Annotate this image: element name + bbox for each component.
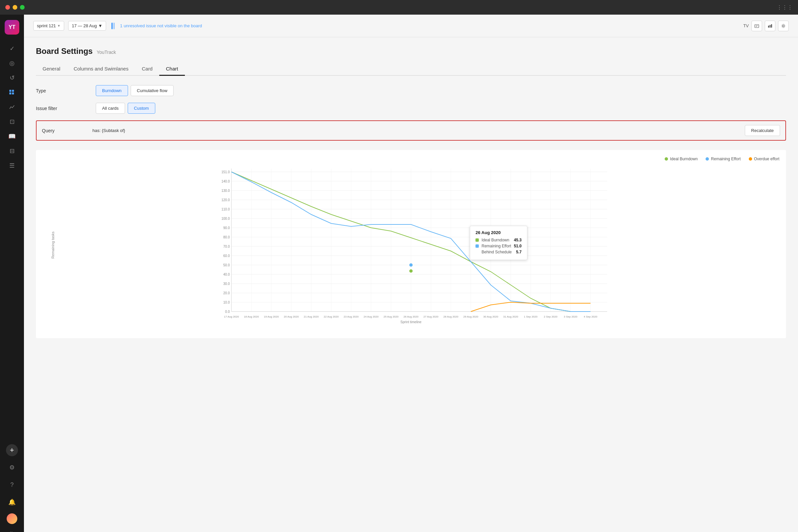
svg-text:19 Aug 2020: 19 Aug 2020 [264, 315, 279, 318]
svg-text:3 Sep 2020: 3 Sep 2020 [564, 315, 577, 318]
minimize-button[interactable] [13, 5, 17, 10]
tab-columns[interactable]: Columns and Swimlanes [67, 62, 135, 76]
topbar-actions: TV [743, 21, 789, 31]
window-chrome: ⋮⋮⋮ [0, 0, 798, 15]
svg-text:30.0: 30.0 [224, 282, 230, 286]
svg-rect-1 [12, 90, 14, 92]
query-label: Query [42, 128, 89, 133]
remaining-effort-dot [706, 157, 709, 160]
svg-point-8 [783, 25, 784, 26]
remaining-effort-point [409, 263, 413, 267]
sprint-selector[interactable]: sprint 121 ▼ [33, 21, 64, 31]
svg-text:90.0: 90.0 [224, 226, 230, 230]
y-axis-label: Remaining tasks [51, 231, 55, 258]
custom-button[interactable]: Custom [128, 103, 155, 114]
ideal-burndown-dot [665, 157, 668, 160]
sidebar-item-layers[interactable]: ☰ [6, 159, 18, 172]
date-arrow-icon: ▼ [98, 23, 102, 28]
maximize-button[interactable] [20, 5, 25, 10]
date-range-label: 17 — 28 Aug [72, 23, 97, 28]
svg-text:24 Aug 2020: 24 Aug 2020 [364, 315, 379, 318]
svg-text:60.0: 60.0 [224, 254, 230, 258]
sidebar-item-analytics[interactable] [6, 101, 18, 113]
burndown-button[interactable]: Burndown [96, 85, 128, 96]
sidebar-bottom: + ⚙ ? 🔔 ≫ [6, 444, 18, 532]
svg-text:25 Aug 2020: 25 Aug 2020 [384, 315, 399, 318]
type-label: Type [36, 88, 96, 93]
svg-text:28 Aug 2020: 28 Aug 2020 [443, 315, 458, 318]
tab-general[interactable]: General [36, 62, 67, 76]
overdue-effort-label: Overdue effort [754, 157, 780, 161]
ideal-burndown-label: Ideal Burndown [670, 157, 698, 161]
filter-setting-row: Issue filter All cards Custom [36, 103, 786, 114]
tv-label: TV [743, 21, 749, 31]
svg-text:22 Aug 2020: 22 Aug 2020 [324, 315, 339, 318]
tab-card[interactable]: Card [135, 62, 159, 76]
sprint-arrow-icon: ▼ [57, 24, 60, 27]
svg-text:20.0: 20.0 [224, 291, 230, 295]
svg-text:20 Aug 2020: 20 Aug 2020 [284, 315, 299, 318]
avatar[interactable] [7, 513, 17, 524]
svg-text:27 Aug 2020: 27 Aug 2020 [424, 315, 439, 318]
svg-text:120.0: 120.0 [222, 198, 230, 202]
close-button[interactable] [5, 5, 10, 10]
remaining-effort-label: Remaining Effort [711, 157, 740, 161]
svg-text:17 Aug 2020: 17 Aug 2020 [224, 315, 239, 318]
settings-gear-button[interactable] [778, 21, 789, 31]
query-row: Query Recalculate [36, 120, 786, 141]
legend-remaining-effort: Remaining Effort [706, 157, 740, 161]
tab-chart[interactable]: Chart [159, 62, 185, 76]
recalculate-button[interactable]: Recalculate [745, 125, 780, 136]
tabs: General Columns and Swimlanes Card Chart [36, 62, 786, 76]
sidebar-item-book[interactable]: 📖 [6, 130, 18, 142]
unresolved-text[interactable]: 1 unresolved issue not visible on the bo… [120, 23, 739, 28]
sidebar-item-target[interactable]: ◎ [6, 57, 18, 69]
cumulative-flow-button[interactable]: Cumulative flow [131, 85, 174, 96]
sidebar-item-notifications[interactable]: 🔔 [6, 496, 18, 508]
board-indicator [111, 23, 115, 29]
sidebar-item-apps[interactable]: ⊡ [6, 116, 18, 128]
svg-text:0.0: 0.0 [225, 310, 230, 314]
overdue-effort-dot [749, 157, 752, 160]
svg-rect-0 [9, 90, 11, 92]
sidebar-item-add[interactable]: + [6, 444, 18, 456]
page-content: Board Settings YouTrack General Columns … [24, 37, 798, 532]
filter-label: Issue filter [36, 106, 96, 111]
svg-text:80.0: 80.0 [224, 235, 230, 239]
svg-rect-6 [770, 25, 771, 27]
svg-text:21 Aug 2020: 21 Aug 2020 [304, 315, 319, 318]
page-header: Board Settings YouTrack [36, 46, 786, 56]
sidebar-item-inbox[interactable]: ⊟ [6, 145, 18, 157]
svg-text:100.0: 100.0 [222, 217, 230, 221]
chart-button[interactable] [765, 21, 775, 31]
sprint-label: sprint 121 [37, 23, 56, 28]
svg-text:140.0: 140.0 [222, 179, 230, 183]
window-menu-icon[interactable]: ⋮⋮⋮ [777, 4, 793, 11]
svg-text:26 Aug 2020: 26 Aug 2020 [404, 315, 419, 318]
svg-text:151.0: 151.0 [222, 170, 230, 174]
svg-text:29 Aug 2020: 29 Aug 2020 [463, 315, 478, 318]
all-cards-button[interactable]: All cards [96, 103, 125, 114]
type-options: Burndown Cumulative flow [96, 85, 174, 96]
page-title: Board Settings [36, 46, 93, 56]
date-selector[interactable]: 17 — 28 Aug ▼ [68, 21, 106, 31]
ideal-burndown-point [409, 269, 413, 273]
svg-rect-3 [12, 92, 14, 94]
sidebar-item-history[interactable]: ↺ [6, 72, 18, 84]
svg-text:31 Aug 2020: 31 Aug 2020 [504, 315, 518, 318]
app-logo[interactable]: YT [5, 20, 19, 35]
sidebar-item-expand[interactable]: ≫ [6, 527, 18, 532]
share-button[interactable] [752, 21, 762, 31]
chart-wrapper: Remaining tasks [42, 165, 779, 325]
legend-overdue-effort: Overdue effort [749, 157, 780, 161]
svg-text:23 Aug 2020: 23 Aug 2020 [344, 315, 359, 318]
sidebar-item-settings[interactable]: ⚙ [6, 461, 18, 474]
sidebar-item-help[interactable]: ? [6, 479, 18, 491]
query-input[interactable] [92, 128, 741, 133]
svg-text:70.0: 70.0 [224, 245, 230, 248]
sidebar-item-checkmark[interactable]: ✓ [6, 42, 18, 55]
chart-legend: Ideal Burndown Remaining Effort Overdue … [42, 157, 779, 161]
sidebar-item-board[interactable] [6, 87, 18, 98]
svg-rect-5 [768, 25, 769, 27]
svg-text:1 Sep 2020: 1 Sep 2020 [524, 315, 538, 318]
